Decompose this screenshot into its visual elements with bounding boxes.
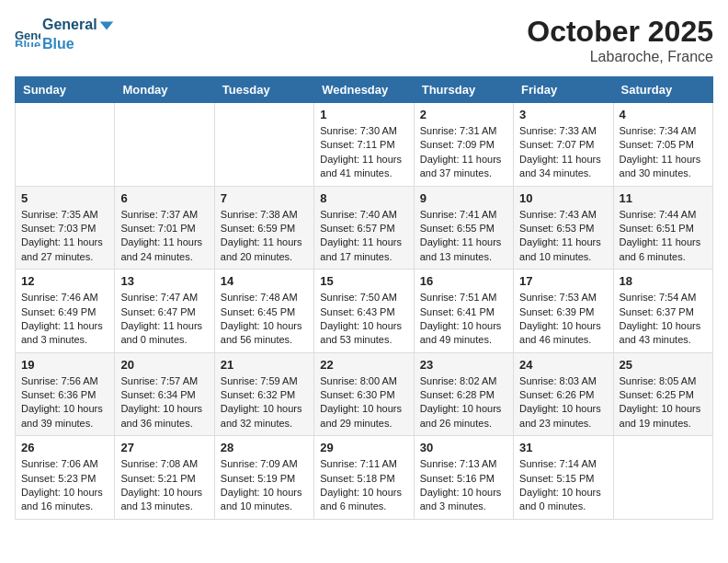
calendar-cell: 18Sunrise: 7:54 AM Sunset: 6:37 PM Dayli… bbox=[613, 270, 712, 353]
calendar-cell: 5Sunrise: 7:35 AM Sunset: 7:03 PM Daylig… bbox=[16, 186, 115, 270]
day-info: Sunrise: 7:46 AM Sunset: 6:49 PM Dayligh… bbox=[21, 291, 108, 348]
calendar-cell: 31Sunrise: 7:14 AM Sunset: 5:15 PM Dayli… bbox=[514, 436, 613, 520]
weekday-header-wednesday: Wednesday bbox=[314, 77, 414, 103]
svg-marker-3 bbox=[99, 22, 112, 30]
logo: General Blue General Blue bbox=[15, 15, 116, 53]
day-number: 5 bbox=[21, 191, 108, 205]
day-info: Sunrise: 7:09 AM Sunset: 5:19 PM Dayligh… bbox=[221, 457, 308, 514]
calendar-week-5: 26Sunrise: 7:06 AM Sunset: 5:23 PM Dayli… bbox=[16, 436, 713, 520]
calendar-cell: 8Sunrise: 7:40 AM Sunset: 6:57 PM Daylig… bbox=[314, 186, 414, 270]
day-info: Sunrise: 7:08 AM Sunset: 5:21 PM Dayligh… bbox=[120, 457, 208, 514]
calendar-cell: 16Sunrise: 7:51 AM Sunset: 6:41 PM Dayli… bbox=[414, 270, 513, 353]
calendar-week-2: 5Sunrise: 7:35 AM Sunset: 7:03 PM Daylig… bbox=[16, 186, 713, 270]
calendar-cell: 11Sunrise: 7:44 AM Sunset: 6:51 PM Dayli… bbox=[613, 186, 712, 270]
weekday-header-sunday: Sunday bbox=[16, 77, 115, 103]
day-info: Sunrise: 7:37 AM Sunset: 7:01 PM Dayligh… bbox=[120, 208, 208, 265]
calendar-cell: 19Sunrise: 7:56 AM Sunset: 6:36 PM Dayli… bbox=[16, 352, 115, 436]
day-info: Sunrise: 7:59 AM Sunset: 6:32 PM Dayligh… bbox=[221, 374, 308, 431]
day-number: 25 bbox=[620, 358, 707, 372]
calendar-cell: 27Sunrise: 7:08 AM Sunset: 5:21 PM Dayli… bbox=[115, 436, 214, 520]
day-number: 28 bbox=[221, 441, 308, 454]
calendar-cell bbox=[214, 103, 313, 187]
day-info: Sunrise: 7:34 AM Sunset: 7:05 PM Dayligh… bbox=[620, 124, 707, 181]
day-number: 3 bbox=[519, 108, 607, 121]
day-info: Sunrise: 7:13 AM Sunset: 5:16 PM Dayligh… bbox=[420, 457, 507, 514]
calendar-cell: 20Sunrise: 7:57 AM Sunset: 6:34 PM Dayli… bbox=[115, 352, 214, 436]
calendar-cell: 28Sunrise: 7:09 AM Sunset: 5:19 PM Dayli… bbox=[214, 436, 313, 520]
day-number: 11 bbox=[620, 191, 707, 205]
svg-text:Blue: Blue bbox=[15, 38, 40, 47]
day-number: 21 bbox=[221, 358, 308, 372]
day-number: 19 bbox=[21, 358, 108, 372]
calendar-cell: 29Sunrise: 7:11 AM Sunset: 5:18 PM Dayli… bbox=[314, 436, 414, 520]
day-info: Sunrise: 7:47 AM Sunset: 6:47 PM Dayligh… bbox=[120, 291, 208, 348]
calendar-body: 1Sunrise: 7:30 AM Sunset: 7:11 PM Daylig… bbox=[16, 103, 713, 520]
day-number: 24 bbox=[519, 358, 607, 372]
calendar-cell: 4Sunrise: 7:34 AM Sunset: 7:05 PM Daylig… bbox=[613, 103, 712, 187]
calendar-cell: 2Sunrise: 7:31 AM Sunset: 7:09 PM Daylig… bbox=[414, 103, 513, 187]
calendar-cell: 12Sunrise: 7:46 AM Sunset: 6:49 PM Dayli… bbox=[16, 270, 115, 353]
day-info: Sunrise: 7:43 AM Sunset: 6:53 PM Dayligh… bbox=[519, 208, 607, 265]
day-info: Sunrise: 7:38 AM Sunset: 6:59 PM Dayligh… bbox=[221, 208, 308, 265]
day-number: 26 bbox=[21, 441, 108, 454]
day-number: 8 bbox=[320, 191, 407, 205]
calendar-cell: 25Sunrise: 8:05 AM Sunset: 6:25 PM Dayli… bbox=[613, 352, 712, 436]
location: Labaroche, France bbox=[527, 49, 713, 65]
day-number: 16 bbox=[420, 274, 507, 288]
calendar-week-4: 19Sunrise: 7:56 AM Sunset: 6:36 PM Dayli… bbox=[16, 352, 713, 436]
day-info: Sunrise: 7:51 AM Sunset: 6:41 PM Dayligh… bbox=[420, 291, 507, 348]
calendar-week-1: 1Sunrise: 7:30 AM Sunset: 7:11 PM Daylig… bbox=[16, 103, 713, 187]
calendar-cell: 30Sunrise: 7:13 AM Sunset: 5:16 PM Dayli… bbox=[414, 436, 513, 520]
day-number: 29 bbox=[320, 441, 407, 454]
weekday-header-thursday: Thursday bbox=[414, 77, 513, 103]
day-info: Sunrise: 7:14 AM Sunset: 5:15 PM Dayligh… bbox=[519, 457, 607, 514]
day-number: 13 bbox=[120, 274, 208, 288]
day-number: 17 bbox=[519, 274, 607, 288]
calendar-cell: 17Sunrise: 7:53 AM Sunset: 6:39 PM Dayli… bbox=[514, 270, 613, 353]
title-block: October 2025 Labaroche, France bbox=[527, 15, 713, 65]
calendar-cell: 26Sunrise: 7:06 AM Sunset: 5:23 PM Dayli… bbox=[16, 436, 115, 520]
calendar-cell bbox=[613, 436, 712, 520]
day-info: Sunrise: 8:03 AM Sunset: 6:26 PM Dayligh… bbox=[519, 374, 607, 431]
logo-general: General bbox=[42, 17, 97, 32]
day-number: 18 bbox=[620, 274, 707, 288]
day-info: Sunrise: 7:30 AM Sunset: 7:11 PM Dayligh… bbox=[320, 124, 407, 181]
day-info: Sunrise: 7:53 AM Sunset: 6:39 PM Dayligh… bbox=[519, 291, 607, 348]
day-number: 2 bbox=[420, 108, 507, 121]
day-info: Sunrise: 7:57 AM Sunset: 6:34 PM Dayligh… bbox=[120, 374, 208, 431]
weekday-header-monday: Monday bbox=[115, 77, 214, 103]
day-info: Sunrise: 7:33 AM Sunset: 7:07 PM Dayligh… bbox=[519, 124, 607, 181]
calendar-cell: 3Sunrise: 7:33 AM Sunset: 7:07 PM Daylig… bbox=[514, 103, 613, 187]
page-header: General Blue General Blue October 2025 L… bbox=[15, 15, 713, 65]
day-info: Sunrise: 7:31 AM Sunset: 7:09 PM Dayligh… bbox=[420, 124, 507, 181]
day-number: 30 bbox=[420, 441, 507, 454]
day-info: Sunrise: 7:11 AM Sunset: 5:18 PM Dayligh… bbox=[320, 457, 407, 514]
day-number: 12 bbox=[21, 274, 108, 288]
day-info: Sunrise: 8:00 AM Sunset: 6:30 PM Dayligh… bbox=[320, 374, 407, 431]
day-number: 1 bbox=[320, 108, 407, 121]
day-info: Sunrise: 7:06 AM Sunset: 5:23 PM Dayligh… bbox=[21, 457, 108, 514]
day-info: Sunrise: 8:05 AM Sunset: 6:25 PM Dayligh… bbox=[620, 374, 707, 431]
calendar-table: SundayMondayTuesdayWednesdayThursdayFrid… bbox=[15, 76, 713, 520]
day-number: 20 bbox=[120, 358, 208, 372]
day-number: 27 bbox=[120, 441, 208, 454]
logo-blue: Blue bbox=[42, 36, 74, 52]
day-info: Sunrise: 7:54 AM Sunset: 6:37 PM Dayligh… bbox=[620, 291, 707, 348]
day-info: Sunrise: 7:35 AM Sunset: 7:03 PM Dayligh… bbox=[21, 208, 108, 265]
day-number: 10 bbox=[519, 191, 607, 205]
weekday-header-tuesday: Tuesday bbox=[214, 77, 313, 103]
calendar-cell bbox=[16, 103, 115, 187]
day-info: Sunrise: 7:41 AM Sunset: 6:55 PM Dayligh… bbox=[420, 208, 507, 265]
calendar-cell: 23Sunrise: 8:02 AM Sunset: 6:28 PM Dayli… bbox=[414, 352, 513, 436]
calendar-cell: 9Sunrise: 7:41 AM Sunset: 6:55 PM Daylig… bbox=[414, 186, 513, 270]
calendar-cell: 1Sunrise: 7:30 AM Sunset: 7:11 PM Daylig… bbox=[314, 103, 414, 187]
month-title: October 2025 bbox=[527, 15, 713, 49]
logo-icon: General Blue bbox=[15, 21, 40, 47]
day-info: Sunrise: 7:56 AM Sunset: 6:36 PM Dayligh… bbox=[21, 374, 108, 431]
weekday-header-saturday: Saturday bbox=[613, 77, 712, 103]
day-number: 15 bbox=[320, 274, 407, 288]
day-number: 22 bbox=[320, 358, 407, 372]
day-number: 9 bbox=[420, 191, 507, 205]
day-number: 14 bbox=[221, 274, 308, 288]
calendar-cell: 15Sunrise: 7:50 AM Sunset: 6:43 PM Dayli… bbox=[314, 270, 414, 353]
